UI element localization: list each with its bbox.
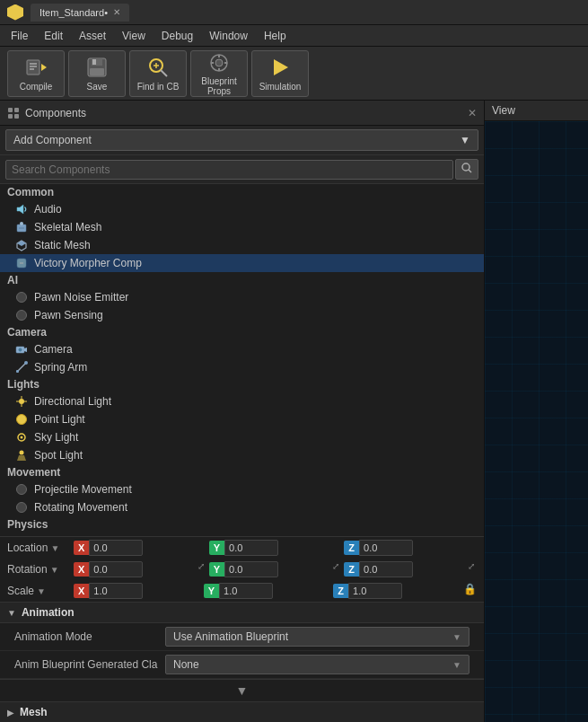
category-lights: Lights xyxy=(0,376,484,392)
location-z-label: Z xyxy=(344,541,359,555)
add-component-arrow-icon: ▼ xyxy=(460,134,470,146)
location-y-input[interactable] xyxy=(224,540,278,556)
search-button[interactable] xyxy=(455,159,478,180)
rotation-row: Rotation ▼ X ⤢ Y ⤢ Z xyxy=(0,559,484,580)
rotation-z-input[interactable] xyxy=(359,561,413,577)
category-camera: Camera xyxy=(0,324,484,340)
find-in-cb-button[interactable]: Find in CB xyxy=(129,50,187,97)
scale-y-input[interactable] xyxy=(219,583,273,599)
expand-properties-icon[interactable]: ▼ xyxy=(236,683,249,698)
rotation-y-input[interactable] xyxy=(224,561,278,577)
search-input[interactable] xyxy=(5,160,453,180)
add-component-dropdown[interactable]: Add Component ▼ xyxy=(5,129,478,151)
svg-point-40 xyxy=(19,399,24,404)
mesh-section-header[interactable]: ▶ Mesh xyxy=(0,701,484,722)
rotation-y-expand-icon[interactable]: ⤢ xyxy=(330,561,341,577)
svg-rect-8 xyxy=(90,68,104,75)
menu-asset[interactable]: Asset xyxy=(72,28,113,44)
directional-light-label: Directional Light xyxy=(34,395,111,408)
list-item[interactable]: Victory Morpher Comp xyxy=(0,254,484,272)
static-mesh-icon xyxy=(14,238,29,252)
rotation-x-expand-icon[interactable]: ⤢ xyxy=(196,561,206,577)
location-y-label: Y xyxy=(209,541,224,555)
location-arrow-icon[interactable]: ▼ xyxy=(50,543,59,553)
components-icon xyxy=(7,107,20,119)
victory-morpher-label: Victory Morpher Comp xyxy=(34,257,142,269)
anim-blueprint-label: Anim Blueprint Generated Cla xyxy=(14,658,158,671)
svg-rect-0 xyxy=(27,60,39,75)
list-item[interactable]: Sky Light xyxy=(0,428,484,446)
blueprint-props-button[interactable]: Blueprint Props xyxy=(190,50,248,97)
rotation-label: Rotation ▼ xyxy=(7,563,70,576)
ue-logo xyxy=(7,4,23,21)
list-item[interactable]: Spring Arm xyxy=(0,358,484,376)
editor-tab[interactable]: Item_Standard• ✕ xyxy=(31,4,129,22)
scale-arrow-icon[interactable]: ▼ xyxy=(37,586,46,596)
list-item[interactable]: Pawn Noise Emitter xyxy=(0,288,484,306)
pawn-sensing-icon xyxy=(14,308,29,322)
svg-rect-22 xyxy=(8,114,13,119)
scale-x-input[interactable] xyxy=(89,583,143,599)
scale-x-field: X xyxy=(74,583,201,599)
list-item[interactable]: Spot Light xyxy=(0,446,484,464)
scale-z-input[interactable] xyxy=(348,583,402,599)
spot-light-label: Spot Light xyxy=(34,449,83,462)
rotation-x-input[interactable] xyxy=(89,561,143,577)
scale-label: Scale ▼ xyxy=(7,585,70,597)
rotation-y-field: Y xyxy=(209,561,329,577)
location-y-field: Y xyxy=(209,540,342,556)
rotating-movement-label: Rotating Movement xyxy=(34,501,127,514)
static-mesh-label: Static Mesh xyxy=(34,239,91,251)
rotation-z-expand-icon[interactable]: ⤢ xyxy=(466,561,477,577)
sky-light-icon xyxy=(14,430,29,445)
list-item[interactable]: Directional Light xyxy=(0,392,484,410)
location-z-input[interactable] xyxy=(359,540,413,556)
rotation-arrow-icon[interactable]: ▼ xyxy=(50,565,59,575)
category-common: Common xyxy=(0,184,484,200)
menu-help[interactable]: Help xyxy=(257,28,294,44)
list-item[interactable]: Point Light xyxy=(0,410,484,428)
tab-close-button[interactable]: ✕ xyxy=(113,7,120,17)
find-in-cb-icon xyxy=(145,55,171,80)
scale-z-field: Z xyxy=(333,583,461,599)
menu-debug[interactable]: Debug xyxy=(154,28,200,44)
list-item[interactable]: Camera xyxy=(0,340,484,358)
pawn-noise-emitter-label: Pawn Noise Emitter xyxy=(34,291,128,304)
save-button[interactable]: Save xyxy=(68,50,126,97)
list-item[interactable]: Pawn Sensing xyxy=(0,306,484,324)
menu-file[interactable]: File xyxy=(4,28,35,44)
component-list[interactable]: Common Audio xyxy=(0,184,484,536)
list-item[interactable]: Static Mesh xyxy=(0,236,484,254)
point-light-icon xyxy=(14,412,29,427)
svg-marker-19 xyxy=(274,59,288,75)
menu-edit[interactable]: Edit xyxy=(37,28,70,44)
anim-blueprint-dropdown-arrow-icon: ▼ xyxy=(452,660,461,670)
pawn-noise-emitter-icon xyxy=(14,290,29,304)
location-x-input[interactable] xyxy=(89,540,143,556)
list-item[interactable]: Rotating Movement xyxy=(0,498,484,516)
viewport-area[interactable] xyxy=(485,121,588,722)
projectile-movement-label: Projectile Movement xyxy=(34,483,132,496)
simulation-button[interactable]: Simulation xyxy=(251,50,309,97)
panel-close-button[interactable]: ✕ xyxy=(468,107,477,119)
list-item[interactable]: Projectile Movement xyxy=(0,480,484,498)
save-icon xyxy=(84,55,110,80)
list-item[interactable]: Skeletal Mesh xyxy=(0,218,484,236)
menu-window[interactable]: Window xyxy=(202,28,255,44)
directional-light-icon xyxy=(14,394,29,409)
menu-view[interactable]: View xyxy=(115,28,153,44)
compile-button[interactable]: Compile xyxy=(7,50,65,97)
anim-blueprint-dropdown[interactable]: None ▼ xyxy=(165,655,470,674)
scale-lock-icon[interactable]: 🔒 xyxy=(463,583,477,599)
svg-rect-23 xyxy=(14,114,19,119)
skeletal-mesh-label: Skeletal Mesh xyxy=(34,221,101,233)
animation-mode-dropdown[interactable]: Use Animation Blueprint ▼ xyxy=(165,627,470,647)
menu-bar: File Edit Asset View Debug Window Help xyxy=(0,25,588,47)
right-panel: View xyxy=(485,101,588,722)
animation-mode-value: Use Animation Blueprint ▼ xyxy=(165,627,470,647)
animation-section-header[interactable]: ▼ Animation xyxy=(0,602,484,623)
list-item[interactable]: Audio xyxy=(0,200,484,218)
svg-rect-39 xyxy=(16,370,19,373)
skeletal-mesh-icon xyxy=(14,220,29,234)
components-panel-header: Components ✕ xyxy=(0,101,484,126)
